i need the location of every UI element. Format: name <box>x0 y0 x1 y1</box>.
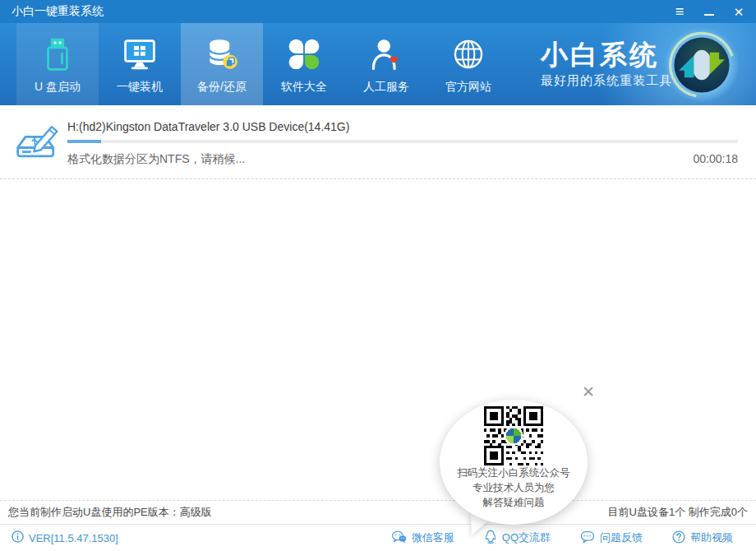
footer-link-label: 问题反馈 <box>600 530 643 545</box>
close-button[interactable]: ✕ <box>731 4 746 19</box>
globe-icon <box>449 35 488 74</box>
device-name: H:(hd2)Kingston DataTraveler 3.0 USB Dev… <box>67 120 349 133</box>
window-controls: ≡ ✕ <box>672 4 746 19</box>
usb-drive-icon <box>38 35 77 74</box>
qq-group-link[interactable]: QQ交流群 <box>484 530 551 547</box>
footer-link-label: QQ交流群 <box>502 530 551 545</box>
minimize-button[interactable] <box>702 4 717 19</box>
close-icon: ✕ <box>734 6 744 18</box>
tab-support[interactable]: 人工服务 <box>345 23 427 105</box>
progress-section: H:(hd2)Kingston DataTraveler 3.0 USB Dev… <box>0 105 756 179</box>
help-question-icon <box>672 530 685 546</box>
feedback-bubble-icon <box>580 530 595 546</box>
progress-fill <box>67 140 101 143</box>
monitor-icon <box>120 35 159 74</box>
qr-code <box>484 406 543 465</box>
person-heart-icon <box>366 35 406 74</box>
progress-status-text: 格式化数据分区为NTFS，请稍候... <box>67 152 245 167</box>
footer-link-label: 微信客服 <box>412 530 454 545</box>
tab-website[interactable]: 官方网站 <box>427 23 509 105</box>
elapsed-timer: 00:00:18 <box>694 152 739 165</box>
nav-bar: U 盘启动 一键装机 <box>0 23 756 105</box>
database-backup-icon <box>202 35 242 74</box>
wechat-icon <box>391 530 407 546</box>
brand-title: 小白系统 <box>541 39 672 71</box>
qr-caption-line: 专业技术人员为您 <box>472 480 555 495</box>
usb-count-text: 目前U盘设备1个 制作完成0个 <box>608 505 748 520</box>
tab-software[interactable]: 软件大全 <box>263 23 345 105</box>
tab-backup-restore[interactable]: 备份/还原 <box>181 23 263 105</box>
apps-clover-icon <box>284 35 324 74</box>
footer-links: 微信客服 QQ交流群 <box>391 530 733 547</box>
titlebar: 小白一键重装系统 ≡ ✕ <box>0 0 756 23</box>
qr-popup: 扫码关注小白系统公众号 专业技术人员为您 解答疑难问题 <box>440 400 588 525</box>
tab-label: 软件大全 <box>281 80 327 95</box>
version-info[interactable]: VER[11.5.47.1530] <box>12 530 118 545</box>
info-icon <box>12 530 24 545</box>
tab-label: 官方网站 <box>445 80 491 95</box>
minimize-icon <box>704 14 714 16</box>
tab-one-click-install[interactable]: 一键装机 <box>99 23 181 105</box>
brand: 小白系统 最好用的系统重装工具 <box>541 23 672 105</box>
footer-bar: VER[11.5.47.1530] 微信客服 <box>0 524 756 551</box>
tab-label: 备份/还原 <box>197 80 247 95</box>
usb-writing-icon <box>13 116 62 167</box>
pe-version-text: 您当前制作启动U盘使用的PE版本：高级版 <box>8 505 212 520</box>
main-content <box>0 179 756 500</box>
tab-usb-boot[interactable]: U 盘启动 <box>16 23 99 105</box>
progress-bar <box>67 140 738 143</box>
feedback-link[interactable]: 问题反馈 <box>580 530 643 546</box>
version-label: VER[11.5.47.1530] <box>29 532 118 544</box>
footer-link-label: 帮助视频 <box>690 530 733 545</box>
tab-label: U 盘启动 <box>35 80 81 95</box>
qr-popup-close-button[interactable]: ✕ <box>582 384 595 400</box>
qr-caption-line: 扫码关注小白系统公众号 <box>457 465 570 480</box>
tab-label: 人工服务 <box>363 80 409 95</box>
status-bar: 您当前制作启动U盘使用的PE版本：高级版 目前U盘设备1个 制作完成0个 <box>0 500 756 524</box>
qr-caption-line: 解答疑难问题 <box>483 495 545 510</box>
brand-subtitle: 最好用的系统重装工具 <box>541 73 672 89</box>
window-title: 小白一键重装系统 <box>12 4 104 19</box>
wechat-support-link[interactable]: 微信客服 <box>391 530 454 546</box>
tab-label: 一键装机 <box>117 80 163 95</box>
app-window: 小白一键重装系统 ≡ ✕ U 盘启动 <box>0 0 756 551</box>
hamburger-icon: ≡ <box>675 4 685 19</box>
help-video-link[interactable]: 帮助视频 <box>672 530 733 546</box>
brand-logo-icon <box>662 25 741 104</box>
menu-button[interactable]: ≡ <box>672 4 687 19</box>
